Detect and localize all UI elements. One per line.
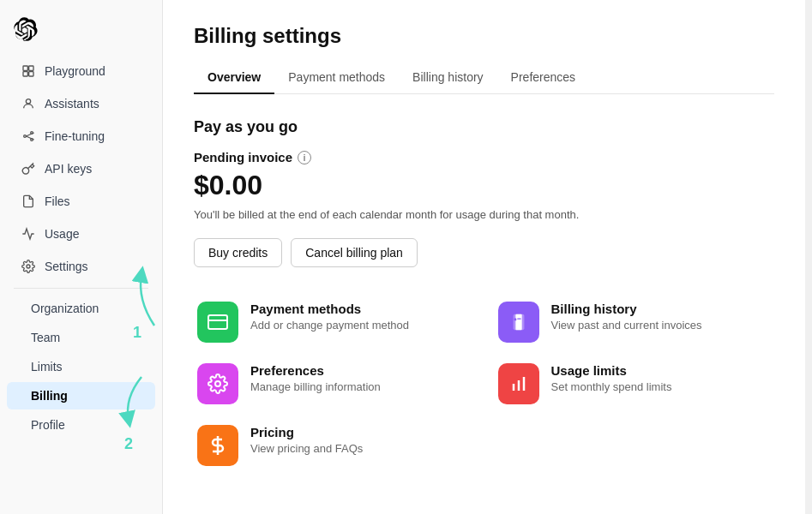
sidebar-sub-item-billing[interactable]: Billing (7, 382, 155, 409)
svg-rect-2 (23, 72, 27, 76)
svg-rect-0 (23, 66, 27, 70)
card-usage-limits[interactable]: Usage limits Set monthly spend limits (495, 360, 775, 408)
main-content: Billing settings Overview Payment method… (163, 0, 805, 514)
card-payment-methods[interactable]: Payment methods Add or change payment me… (194, 298, 474, 346)
card-payment-methods-title: Payment methods (250, 302, 471, 316)
tab-preferences[interactable]: Preferences (497, 62, 589, 94)
sidebar-item-playground[interactable]: Playground (7, 56, 155, 87)
card-payment-methods-desc: Add or change payment method (250, 319, 471, 332)
card-pricing-title: Pricing (250, 425, 471, 439)
card-preferences-body: Preferences Manage billing information (250, 363, 471, 393)
tab-overview[interactable]: Overview (194, 62, 274, 94)
svg-point-17 (215, 381, 220, 386)
invoice-label: Pending invoice i (194, 150, 774, 164)
sidebar-item-label: Playground (45, 64, 105, 78)
sidebar-sub-item-label: Team (31, 331, 60, 344)
card-pricing-body: Pricing View pricing and FAQs (250, 425, 471, 455)
svg-point-10 (27, 265, 30, 268)
sidebar-sub-item-label: Organization (31, 302, 99, 315)
payment-methods-icon (197, 302, 238, 343)
api-keys-icon (21, 161, 36, 176)
sidebar: Playground Assistants Fine-tuning API ke… (0, 0, 163, 514)
sidebar-item-usage[interactable]: Usage (7, 218, 155, 249)
sidebar-divider (14, 288, 148, 289)
annotation-label-2: 2 (124, 435, 133, 453)
sidebar-item-label: Usage (45, 227, 79, 241)
sidebar-item-assistants[interactable]: Assistants (7, 88, 155, 119)
svg-point-4 (26, 99, 30, 104)
tabs-bar: Overview Payment methods Billing history… (194, 62, 774, 94)
card-billing-history-title: Billing history (551, 302, 772, 316)
assistants-icon (21, 96, 36, 111)
svg-rect-3 (29, 72, 33, 76)
svg-line-9 (26, 136, 33, 140)
svg-rect-11 (208, 315, 227, 329)
sidebar-item-settings[interactable]: Settings (7, 251, 155, 282)
svg-point-5 (24, 135, 27, 138)
card-billing-history-body: Billing history View past and current in… (551, 302, 772, 332)
sidebar-sub-item-limits[interactable]: Limits (7, 353, 155, 380)
tab-payment-methods[interactable]: Payment methods (274, 62, 399, 94)
card-usage-limits-title: Usage limits (551, 363, 772, 378)
billing-actions: Buy credits Cancel billing plan (194, 238, 774, 267)
svg-rect-15 (514, 318, 516, 320)
svg-rect-14 (515, 314, 521, 330)
card-preferences-desc: Manage billing information (250, 380, 471, 393)
svg-rect-1 (29, 66, 33, 70)
settings-icon (21, 259, 36, 274)
info-icon[interactable]: i (298, 151, 311, 164)
sidebar-item-label: Settings (45, 260, 88, 273)
sidebar-sub-item-label: Limits (31, 360, 63, 374)
pricing-icon (197, 425, 238, 466)
sidebar-sub-item-label: Billing (31, 389, 68, 403)
tab-billing-history[interactable]: Billing history (399, 62, 496, 94)
billing-cards-grid: Payment methods Add or change payment me… (194, 298, 774, 469)
sidebar-item-files[interactable]: Files (7, 186, 155, 217)
sidebar-sub-item-profile[interactable]: Profile (7, 411, 155, 439)
sidebar-item-label: Assistants (45, 97, 99, 111)
card-billing-history-desc: View past and current invoices (551, 319, 772, 332)
section-title: Pay as you go (194, 118, 774, 136)
sidebar-sub-item-label: Profile (31, 418, 65, 432)
fine-tuning-icon (21, 128, 36, 144)
files-icon (21, 194, 36, 209)
preferences-icon (197, 363, 238, 404)
scrollbar[interactable] (805, 0, 812, 514)
svg-line-8 (26, 133, 33, 136)
openai-logo-icon (14, 17, 38, 41)
buy-credits-button[interactable]: Buy credits (194, 238, 282, 267)
card-pricing-desc: View pricing and FAQs (250, 442, 471, 455)
card-payment-methods-body: Payment methods Add or change payment me… (250, 302, 471, 332)
card-billing-history[interactable]: Billing history View past and current in… (495, 298, 775, 346)
billing-history-icon (498, 302, 539, 343)
card-usage-limits-body: Usage limits Set monthly spend limits (551, 363, 772, 393)
sidebar-item-label: Files (45, 194, 70, 208)
usage-limits-icon (498, 363, 539, 404)
usage-icon (21, 226, 36, 242)
sidebar-item-label: Fine-tuning (45, 129, 105, 143)
card-usage-limits-desc: Set monthly spend limits (551, 380, 772, 393)
card-preferences-title: Preferences (250, 363, 471, 378)
card-preferences[interactable]: Preferences Manage billing information (194, 360, 474, 408)
svg-rect-16 (517, 318, 521, 319)
sidebar-item-fine-tuning[interactable]: Fine-tuning (7, 121, 155, 152)
cancel-billing-button[interactable]: Cancel billing plan (291, 238, 418, 267)
playground-icon (21, 63, 36, 79)
card-pricing[interactable]: Pricing View pricing and FAQs (194, 421, 474, 469)
invoice-amount: $0.00 (194, 170, 774, 201)
annotation-label-1: 1 (133, 324, 141, 342)
app-logo (0, 10, 162, 55)
sidebar-sub-item-organization[interactable]: Organization (7, 295, 155, 322)
page-title: Billing settings (194, 24, 774, 48)
invoice-desc: You'll be billed at the end of each cale… (194, 208, 774, 221)
sidebar-item-api-keys[interactable]: API keys (7, 153, 155, 184)
sidebar-item-label: API keys (45, 162, 92, 176)
